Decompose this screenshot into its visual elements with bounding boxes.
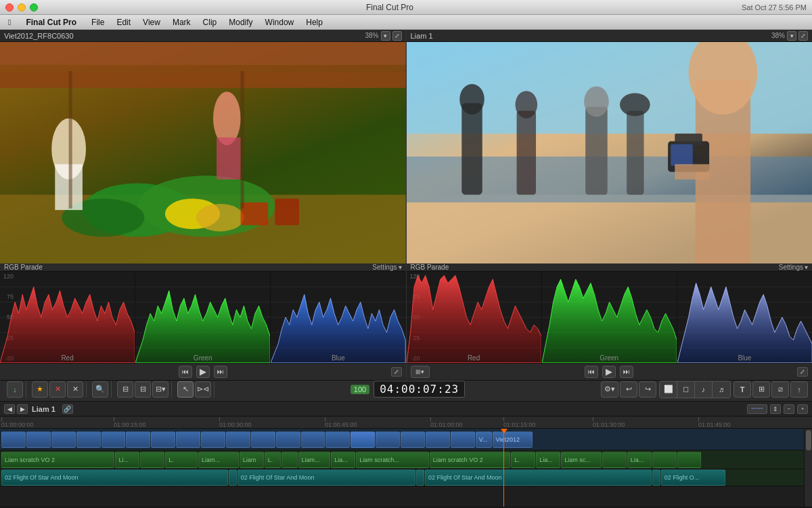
audio-clip[interactable]: L. (265, 452, 281, 468)
video-clip[interactable] (26, 431, 51, 448)
video-clip[interactable] (102, 431, 126, 448)
music-clip[interactable]: 02 Flight Of Star And Moon (425, 469, 652, 486)
reject-button[interactable]: ✕ (49, 381, 66, 398)
audio-clip[interactable]: Lia... (627, 452, 652, 468)
video-clip[interactable] (201, 431, 225, 448)
audio-clip[interactable]: Li... (115, 452, 139, 468)
video-clip-selected[interactable] (351, 431, 375, 448)
tools-button[interactable]: ⚙▾ (601, 381, 618, 398)
view-mode-btn[interactable]: ⊞▾ (411, 366, 430, 378)
fastforward-button-left[interactable]: ⏭ (214, 366, 227, 378)
video-clip[interactable] (1, 431, 26, 448)
menu-finalcutpro[interactable]: Final Cut Pro (20, 16, 82, 28)
menu-mark[interactable]: Mark (167, 16, 196, 28)
video-clip[interactable] (426, 431, 450, 448)
expand-btn-right[interactable]: ⤢ (797, 367, 808, 377)
audio-clip[interactable]: Liam scratch... (356, 452, 429, 468)
menu-file[interactable]: File (86, 16, 110, 28)
expand-btn-left[interactable]: ⤢ (391, 367, 402, 377)
playhead[interactable] (503, 429, 504, 507)
scrollbar-thumb[interactable] (806, 430, 811, 450)
clip-arrangement-btn[interactable]: ⊟ (135, 381, 151, 398)
video-clip[interactable] (301, 431, 325, 448)
audio-clip[interactable] (602, 452, 627, 468)
preview-video-right[interactable] (407, 42, 813, 263)
zoom-expand-left[interactable]: ⤢ (392, 31, 402, 41)
audio-btn[interactable]: ♪ (695, 381, 713, 398)
video-clip[interactable] (76, 431, 101, 448)
menu-help[interactable]: Help (300, 16, 328, 28)
audio-clip[interactable]: Liam... (198, 452, 239, 468)
music-clip[interactable] (416, 469, 424, 486)
audio-clip[interactable] (140, 452, 164, 468)
video-clip[interactable] (451, 431, 475, 448)
traffic-lights[interactable] (5, 3, 38, 12)
audio-clip[interactable]: Liam scratch VO 2 (1, 452, 114, 468)
transition-btn[interactable]: ⧄ (771, 381, 789, 398)
transform-btn[interactable]: ⊞ (752, 381, 770, 398)
unrate-button[interactable]: ✕ (67, 381, 83, 398)
camera-icon-btn[interactable]: ⬜ (660, 381, 677, 398)
waveform-toggle[interactable]: 〰〰 (747, 404, 767, 414)
video-clip[interactable] (376, 431, 400, 448)
trim-tool[interactable]: ⊳⊲ (195, 381, 211, 398)
audio-clip[interactable]: Liam (240, 452, 264, 468)
music-clip[interactable]: 02 Flight O... (661, 469, 726, 486)
zoom-out-btn[interactable]: − (784, 404, 794, 414)
video-clip[interactable] (51, 431, 76, 448)
waveform-settings-right[interactable]: Settings ▾ (779, 263, 808, 271)
audio-clip[interactable]: L. (511, 452, 535, 468)
video-clip[interactable] (151, 431, 175, 448)
music-clip[interactable]: 02 Flight Of Star And Moon (238, 469, 415, 486)
waveform-settings-left[interactable]: Settings ▾ (372, 263, 401, 271)
music-clip[interactable] (229, 469, 237, 486)
music-clip[interactable]: 02 Flight Of Star And Moon (1, 469, 228, 486)
video-clip[interactable] (325, 431, 350, 448)
text-btn[interactable]: T (734, 381, 751, 398)
audio-clip[interactable]: L. (165, 452, 198, 468)
favorite-button[interactable]: ★ (32, 381, 48, 398)
rewind-button-right[interactable]: ⏮ (585, 366, 598, 378)
rewind-button-left[interactable]: ⏮ (179, 366, 192, 378)
timeline-link-btn[interactable]: 🔗 (62, 404, 73, 414)
timeline-back-btn[interactable]: ◀ (4, 404, 15, 414)
app-name-menu[interactable]:  (3, 16, 16, 28)
menu-window[interactable]: Window (260, 16, 300, 28)
search-button[interactable]: 🔍 (92, 381, 108, 398)
snapshot-btn[interactable]: ◻ (677, 381, 695, 398)
audio-clip[interactable]: Lia... (536, 452, 560, 468)
music-clip[interactable] (652, 469, 660, 486)
menu-view[interactable]: View (137, 16, 166, 28)
video-clip[interactable] (401, 431, 425, 448)
timeline-scrollbar[interactable] (804, 429, 812, 507)
audio-clip[interactable]: Liam... (298, 452, 331, 468)
share-btn[interactable]: ↑ (790, 381, 808, 398)
zoom-dropdown-right[interactable]: ▾ (787, 31, 796, 41)
import-button[interactable]: ↓ (7, 381, 23, 398)
fastforward-button-right[interactable]: ⏭ (620, 366, 633, 378)
audio-clip[interactable] (281, 452, 298, 468)
minimize-button[interactable] (18, 3, 26, 12)
close-button[interactable] (5, 3, 14, 12)
video-clip[interactable] (251, 431, 275, 448)
video-clip[interactable] (126, 431, 150, 448)
menu-clip[interactable]: Clip (198, 16, 223, 28)
video-clip[interactable] (176, 431, 200, 448)
menu-modify[interactable]: Modify (223, 16, 258, 28)
redo-button[interactable]: ↪ (639, 381, 656, 398)
audio-clip[interactable]: Liam sc... (561, 452, 602, 468)
clip-appearance-btn[interactable]: ⊟ (117, 381, 133, 398)
video-clip-viet[interactable]: Viet2012 (493, 431, 533, 448)
music-btn[interactable]: ♬ (713, 381, 730, 398)
video-clip[interactable] (226, 431, 250, 448)
play-button-right[interactable]: ▶ (602, 366, 616, 378)
clip-view-btn[interactable]: ⊟▾ (152, 381, 168, 398)
zoom-dropdown-left[interactable]: ▾ (381, 31, 390, 41)
timecode-display[interactable]: 04:00:07:23 (374, 381, 465, 398)
clip-height-btn[interactable]: ⇕ (770, 404, 781, 414)
menu-edit[interactable]: Edit (111, 16, 136, 28)
preview-video-left[interactable] (0, 42, 406, 263)
audio-clip[interactable]: Lia... (331, 452, 355, 468)
timeline-forward-btn[interactable]: ▶ (17, 404, 28, 414)
fullscreen-button[interactable] (30, 3, 38, 12)
